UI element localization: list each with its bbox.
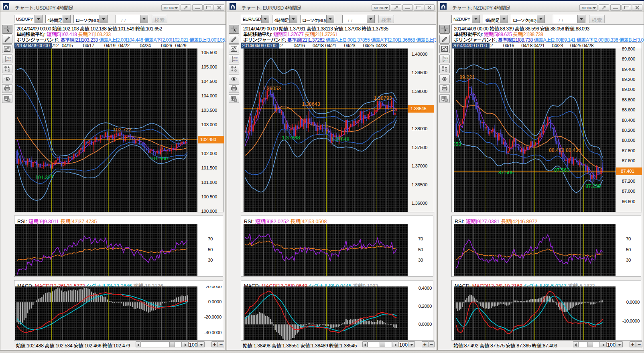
svg-text:88.434: 88.434 xyxy=(566,147,581,153)
svg-text:70.0: 70.0 xyxy=(6,56,11,59)
svg-text:101.327: 101.327 xyxy=(35,175,53,180)
svg-text:1.39053: 1.39053 xyxy=(262,86,280,91)
svg-text:89.221: 89.221 xyxy=(459,75,475,80)
svg-text:70.0: 70.0 xyxy=(444,56,448,59)
svg-text:87.560: 87.560 xyxy=(554,167,569,173)
svg-text:101.960: 101.960 xyxy=(149,156,167,161)
svg-text:88.488: 88.488 xyxy=(549,147,564,153)
svg-text:87.239: 87.239 xyxy=(585,184,601,189)
svg-text:87.505: 87.505 xyxy=(498,170,514,175)
svg-text:102.722: 102.722 xyxy=(113,127,131,133)
svg-text:1.37648: 1.37648 xyxy=(331,137,349,142)
svg-text:1.38643: 1.38643 xyxy=(302,101,320,107)
svg-text:88.058: 88.058 xyxy=(454,141,461,147)
svg-text:1.37888: 1.37888 xyxy=(282,135,300,141)
svg-text:60.0: 60.0 xyxy=(233,59,238,62)
svg-text:60.0: 60.0 xyxy=(6,59,11,62)
svg-text:70.0: 70.0 xyxy=(233,56,238,59)
svg-text:1.38793: 1.38793 xyxy=(374,95,392,101)
svg-text:60.0: 60.0 xyxy=(444,59,448,62)
